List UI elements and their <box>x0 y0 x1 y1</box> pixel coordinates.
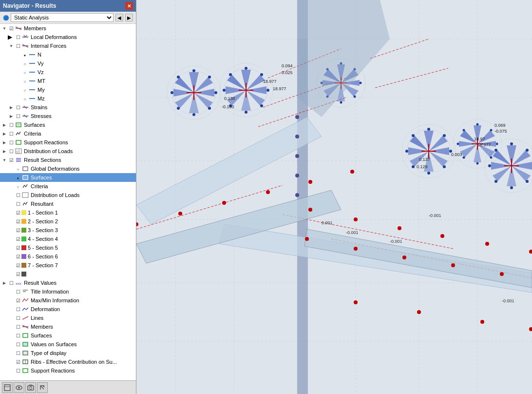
next-arrow-button[interactable]: ▶ <box>125 14 133 21</box>
radio-surfaces-rs[interactable] <box>15 175 21 180</box>
radio-my[interactable] <box>21 87 28 93</box>
analysis-select[interactable]: Static Analysis <box>11 13 114 22</box>
tree-item-s7[interactable]: 7 - Section 7 <box>0 261 136 270</box>
prev-arrow-button[interactable]: ◀ <box>115 14 123 21</box>
check-s3[interactable] <box>15 228 21 233</box>
check-strains[interactable] <box>15 105 21 110</box>
radio-n[interactable] <box>21 52 28 58</box>
check-s5[interactable] <box>15 245 21 251</box>
expand-distribution[interactable]: ▶ <box>1 149 8 154</box>
radio-mz[interactable] <box>21 96 28 101</box>
check-result-sections[interactable] <box>8 158 15 163</box>
check-members[interactable] <box>8 26 15 31</box>
check-maxmin[interactable] <box>15 298 21 303</box>
tree-item-s5[interactable]: 5 - Section 5 <box>0 243 136 252</box>
check-s4[interactable] <box>15 236 21 242</box>
tree-item-mz[interactable]: Mz <box>0 94 136 103</box>
check-resultant[interactable] <box>15 201 21 207</box>
tree-item-n[interactable]: N <box>0 50 136 59</box>
tree-item-values-surf[interactable]: Values on Surfaces <box>0 340 136 349</box>
close-button[interactable]: ✕ <box>125 2 133 10</box>
tree-item-my[interactable]: My <box>0 85 136 94</box>
expand-strains[interactable]: ▶ <box>8 105 15 110</box>
tree-item-ribs[interactable]: Ribs - Effective Contribution on Su... <box>0 357 136 366</box>
tree-item-support-react2[interactable]: Support Reactions <box>0 366 136 375</box>
check-members2[interactable] <box>15 324 21 330</box>
expand-support-reactions[interactable]: ▶ <box>1 140 8 145</box>
expand-result-values[interactable]: ▶ <box>1 281 8 285</box>
check-s6[interactable] <box>15 254 21 259</box>
expand-internal-forces[interactable] <box>8 43 15 48</box>
tree-item-criteria-rs[interactable]: Criteria <box>0 182 136 191</box>
check-surfaces2[interactable] <box>15 333 21 338</box>
tree-item-stresses[interactable]: ▶ Stresses <box>0 112 136 120</box>
expand-surfaces-top[interactable]: ▶ <box>1 123 8 127</box>
arrow-toolbar-btn[interactable] <box>37 382 48 393</box>
tree-item-result-values[interactable]: ▶ xxx Result Values <box>0 278 136 287</box>
tree-item-s4[interactable]: 4 - Section 4 <box>0 235 136 243</box>
tree-item-dist-rs[interactable]: Distribution of Loads <box>0 191 136 199</box>
tree-item-local-def[interactable]: ▶ Local Deformations <box>0 33 136 41</box>
radio-global-def[interactable] <box>15 166 21 172</box>
navigator-toolbar-btn[interactable] <box>2 382 13 393</box>
tree-item-surfaces2[interactable]: Surfaces <box>0 331 136 340</box>
check-s8[interactable] <box>15 272 21 277</box>
check-values-surf[interactable] <box>15 342 21 347</box>
tree-item-deformation[interactable]: Deformation <box>0 305 136 314</box>
eye-toolbar-btn[interactable] <box>14 382 24 393</box>
check-title-info[interactable] <box>15 289 21 295</box>
tree-item-s2[interactable]: 2 - Section 2 <box>0 217 136 226</box>
tree-item-surfaces-rs[interactable]: Surfaces <box>0 173 136 182</box>
check-type-display[interactable] <box>15 351 21 356</box>
tree-item-members2[interactable]: Members <box>0 322 136 331</box>
tree-item-mt[interactable]: MT <box>0 77 136 85</box>
check-dist-rs[interactable] <box>15 193 21 198</box>
camera-toolbar-btn[interactable] <box>25 382 36 393</box>
tree-item-title-info[interactable]: Title Information <box>0 287 136 296</box>
tree-item-strains[interactable]: ▶ Strains <box>0 103 136 112</box>
check-result-values[interactable] <box>8 280 15 286</box>
check-stresses[interactable] <box>15 114 21 119</box>
viewport[interactable]: 0.094 0.025 18.977 18.977 0.130 -0.130 <box>136 0 532 394</box>
tree-item-type-display[interactable]: Type of display <box>0 349 136 357</box>
tree-item-members[interactable]: Members <box>0 24 136 33</box>
check-support-reactions[interactable] <box>8 140 15 145</box>
tree-item-lines[interactable]: Lines <box>0 314 136 322</box>
check-internal-forces[interactable] <box>15 43 21 49</box>
radio-criteria-rs[interactable] <box>15 184 21 189</box>
tree-item-maxmin[interactable]: Max/Min Information <box>0 296 136 305</box>
check-surfaces-top[interactable] <box>8 122 15 128</box>
tree-item-surfaces-top[interactable]: ▶ Surfaces <box>0 120 136 129</box>
expand-stresses[interactable]: ▶ <box>8 114 15 118</box>
tree-item-s3[interactable]: 3 - Section 3 <box>0 226 136 235</box>
check-distribution[interactable] <box>8 149 15 154</box>
radio-mt[interactable] <box>21 79 28 84</box>
check-local-def[interactable] <box>15 35 21 40</box>
radio-vz[interactable] <box>21 70 28 75</box>
check-deformation[interactable] <box>15 307 21 312</box>
tree-item-s1[interactable]: 1 - Section 1 <box>0 208 136 217</box>
tree-item-distribution[interactable]: ▶ Distribution of Loads <box>0 147 136 156</box>
expand-criteria[interactable]: ▶ <box>1 132 8 136</box>
check-support-react2[interactable] <box>15 368 21 374</box>
tree-item-internal-forces[interactable]: Internal Forces <box>0 41 136 50</box>
expand-result-sections[interactable] <box>1 158 8 162</box>
tree-item-resultant[interactable]: Resultant <box>0 199 136 208</box>
tree-container[interactable]: Members ▶ Local Deformations Internal Fo… <box>0 24 136 380</box>
tree-item-s8[interactable] <box>0 270 136 278</box>
radio-vy[interactable] <box>21 61 28 66</box>
check-s7[interactable] <box>15 263 21 268</box>
check-s1[interactable] <box>15 210 21 216</box>
expand-members[interactable] <box>1 26 8 31</box>
tree-item-support-reactions[interactable]: ▶ Support Reactions <box>0 138 136 147</box>
check-criteria[interactable] <box>8 131 15 137</box>
tree-item-s6[interactable]: 6 - Section 6 <box>0 252 136 261</box>
check-ribs[interactable] <box>15 359 21 365</box>
check-s2[interactable] <box>15 219 21 224</box>
tree-item-result-sections[interactable]: Result Sections <box>0 156 136 164</box>
tree-item-criteria[interactable]: ▶ Criteria <box>0 129 136 138</box>
tree-item-vy[interactable]: Vy <box>0 59 136 68</box>
tree-item-vz[interactable]: Vz <box>0 68 136 77</box>
tree-item-global-def[interactable]: Global Deformations <box>0 164 136 173</box>
check-lines[interactable] <box>15 315 21 321</box>
